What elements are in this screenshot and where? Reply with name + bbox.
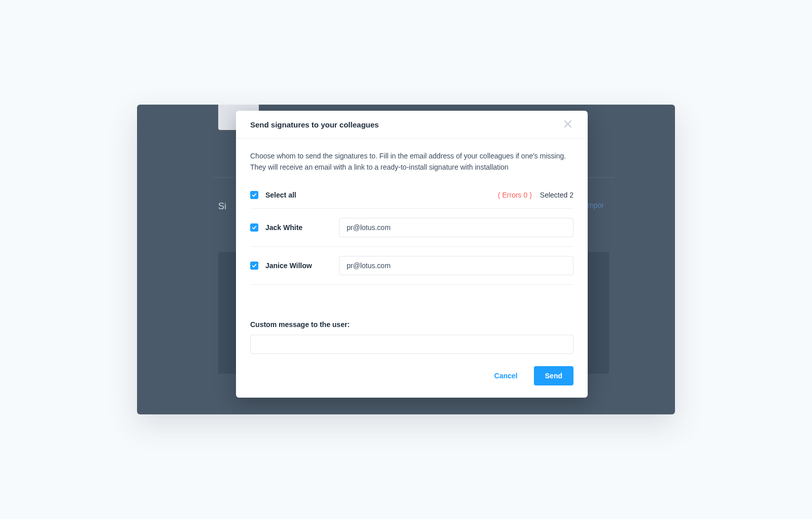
send-button[interactable]: Send (534, 366, 573, 385)
select-all-checkbox[interactable] (250, 191, 258, 199)
custom-message-input[interactable] (250, 335, 573, 354)
background-text-right: mpor (588, 201, 604, 209)
select-all-label: Select all (265, 191, 296, 199)
modal-title: Send signatures to your colleagues (250, 120, 379, 129)
recipient-checkbox[interactable] (250, 262, 258, 270)
close-icon (564, 120, 571, 129)
background-text-left: Si (218, 201, 226, 212)
cancel-button[interactable]: Cancel (490, 370, 522, 382)
checkmark-icon (252, 223, 257, 232)
modal-description: Choose whom to send the signatures to. F… (250, 151, 573, 173)
checkmark-icon (252, 261, 257, 270)
send-signatures-modal: Send signatures to your colleagues Choos… (236, 111, 588, 398)
modal-body: Choose whom to send the signatures to. F… (236, 139, 588, 359)
close-button[interactable] (562, 119, 573, 130)
recipient-email-input[interactable] (339, 256, 573, 275)
recipient-checkbox[interactable] (250, 223, 258, 232)
list-header-row: Select all ( Errors 0 ) Selected 2 (250, 187, 573, 208)
app-window: Si mpor Send signatures to your colleagu… (137, 105, 675, 414)
errors-count: ( Errors 0 ) (498, 191, 532, 199)
recipient-name: Jack White (265, 223, 339, 232)
recipient-email-input[interactable] (339, 218, 573, 237)
checkmark-icon (252, 190, 257, 200)
recipient-row: Jack White (250, 208, 573, 246)
modal-footer: Cancel Send (236, 359, 588, 398)
recipient-row: Janice Willow (250, 246, 573, 285)
modal-header: Send signatures to your colleagues (236, 111, 588, 139)
recipient-name: Janice Willow (265, 262, 339, 270)
selected-count: Selected 2 (540, 191, 573, 199)
custom-message-label: Custom message to the user: (250, 320, 573, 329)
